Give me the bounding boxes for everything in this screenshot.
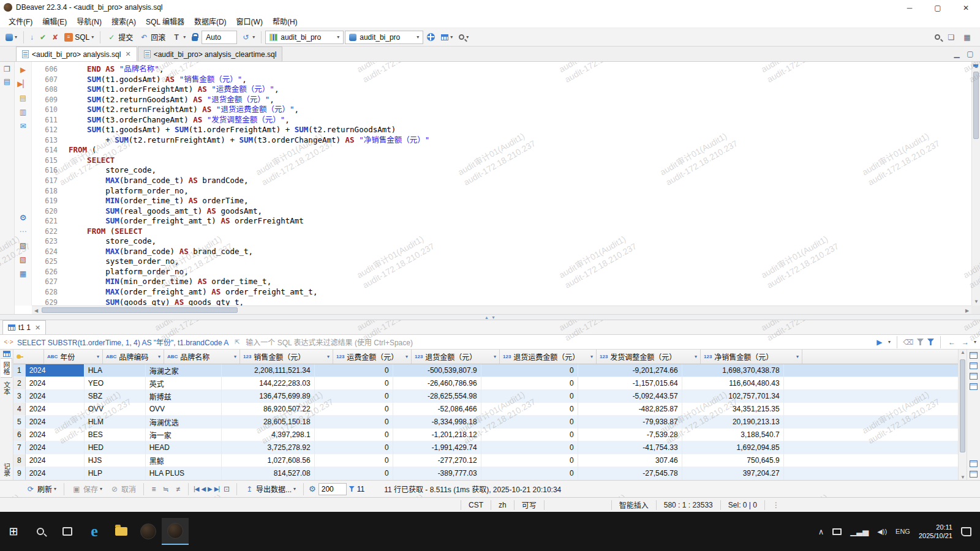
panel-aggregate-icon[interactable] xyxy=(970,373,978,380)
cell[interactable]: 102,757,701.34 xyxy=(682,390,784,403)
tab-record-view[interactable]: 记录 xyxy=(2,463,12,476)
cell[interactable]: 116,604,480.43 xyxy=(682,377,784,390)
forward-icon[interactable]: → xyxy=(960,337,970,347)
schema-combo[interactable]: audit_bi_pro▾ xyxy=(345,31,423,44)
taskbar-clock[interactable]: 20:11 2025/10/21 xyxy=(919,523,952,540)
code-line[interactable]: platform_order_no, xyxy=(69,267,971,277)
column-menu-icon[interactable]: ▾ xyxy=(234,354,236,359)
file-explorer-button[interactable] xyxy=(108,518,135,545)
cell[interactable]: 0 xyxy=(315,467,393,480)
collapse-down-icon[interactable]: ▼ xyxy=(491,315,496,320)
execute-script-icon[interactable]: ▶▏ xyxy=(18,79,28,89)
cell[interactable]: 1,027,608.56 xyxy=(222,454,315,467)
cell[interactable]: 0 xyxy=(481,364,578,377)
cell[interactable]: -27,545.78 xyxy=(578,467,682,480)
code-line[interactable]: SUM(t1.goodsAmt) AS "销售金额（元）", xyxy=(69,75,971,85)
minimize-editor-icon[interactable]: ▁ xyxy=(952,49,962,59)
column-menu-icon[interactable]: ▾ xyxy=(327,354,330,359)
status-insert-mode[interactable]: 智能插入 xyxy=(611,500,656,510)
cell[interactable]: 3,725,278.92 xyxy=(222,441,315,454)
back-icon[interactable]: ← xyxy=(947,337,957,347)
column-menu-icon[interactable]: ▾ xyxy=(405,354,408,359)
output-icon[interactable]: ▧ xyxy=(18,241,28,250)
refresh-button[interactable]: ⟳刷新▾ xyxy=(23,482,59,497)
table-row[interactable]: 22024YEO英式144,222,283.030-26,460,786.960… xyxy=(13,377,958,390)
start-button[interactable]: ⊞ xyxy=(0,518,27,545)
table-row[interactable]: 92024HLPHLA PLUS814,527.080-389,777.030-… xyxy=(13,467,958,480)
cell[interactable]: 海澜优选 xyxy=(146,416,222,429)
hidden-icons-chevron[interactable]: ∧ xyxy=(818,527,824,536)
layout-icon[interactable]: ▦ xyxy=(962,32,972,42)
cell[interactable]: 20,190,213.13 xyxy=(682,416,784,429)
input-language[interactable]: ENG xyxy=(895,528,910,535)
row-number[interactable]: 5 xyxy=(13,416,26,429)
code-line[interactable]: SUM(goods_qty) AS goods_qty_t, xyxy=(69,298,971,305)
row-number[interactable]: 4 xyxy=(13,403,26,416)
cell[interactable]: 34,351,215.35 xyxy=(682,403,784,416)
search-button[interactable]: ▾ xyxy=(456,30,471,45)
cell[interactable]: -1,157,015.64 xyxy=(578,377,682,390)
column-header-4[interactable]: 123销售金额（元）▾ xyxy=(240,350,333,364)
cell[interactable]: 2024 xyxy=(26,377,85,390)
next-row-button[interactable]: ▶ xyxy=(208,485,212,492)
cell[interactable]: 2024 xyxy=(26,429,85,441)
tab-text-view[interactable]: 文本 xyxy=(1,379,12,397)
code-area[interactable]: END AS "品牌名称", SUM(t1.goodsAmt) AS "销售金额… xyxy=(64,62,971,305)
history-menu-icon[interactable]: ▾ xyxy=(974,340,976,345)
cell[interactable]: 814,527.08 xyxy=(222,467,315,480)
export-button[interactable]: ↥导出数据...▾ xyxy=(242,482,298,497)
cell[interactable]: 2024 xyxy=(26,416,85,429)
clear-filter-icon[interactable]: ⌫ xyxy=(903,337,913,347)
cell[interactable]: -79,938.87 xyxy=(578,416,682,429)
taskbar-search-button[interactable] xyxy=(27,518,54,545)
code-line[interactable]: MIN(min_order_time) AS order_time_t, xyxy=(69,277,971,287)
cell[interactable]: -8,334,998.18 xyxy=(393,416,481,429)
table-row[interactable]: 82024HJS黑鲸1,027,608.560-277,270.120307.4… xyxy=(13,454,958,467)
focus-row-icon[interactable]: ⊡ xyxy=(222,484,232,494)
cell[interactable]: 黑鲸 xyxy=(146,454,222,467)
code-line[interactable]: + SUM(t2.returnFreightAmt) + SUM(t3.orde… xyxy=(69,135,971,146)
rollback-icon-button[interactable]: ✘ xyxy=(50,30,61,45)
action-center-icon[interactable] xyxy=(961,527,971,536)
cell[interactable]: HED xyxy=(85,441,146,454)
cell[interactable]: 0 xyxy=(315,403,393,416)
filter-menu-icon[interactable]: ▾ xyxy=(888,340,891,345)
code-line[interactable]: FROM ( xyxy=(69,145,971,156)
menu-item-1[interactable]: 文件(F) xyxy=(4,14,37,28)
code-line[interactable]: SUM(t1.orderFreightAmt) AS "运费金额（元）", xyxy=(69,84,971,95)
cell[interactable]: 86,920,507.22 xyxy=(222,403,315,416)
save-button[interactable]: ▣保存▾ xyxy=(69,482,105,497)
cell[interactable]: 0 xyxy=(481,403,578,416)
filter-icon[interactable] xyxy=(927,339,934,345)
row-number[interactable]: 9 xyxy=(13,467,26,480)
cell[interactable]: 307.46 xyxy=(578,454,682,467)
cell[interactable]: OVV xyxy=(85,403,146,416)
cell[interactable]: 750,645.9 xyxy=(682,454,784,467)
cell[interactable]: 0 xyxy=(481,416,578,429)
commit-button[interactable]: ✓提交 xyxy=(104,30,135,45)
code-line[interactable]: SUM(real_goods_amt_t) AS goodsAmt, xyxy=(69,206,971,217)
menu-item-6[interactable]: 数据库(D) xyxy=(189,14,232,28)
cell[interactable]: -7,539.28 xyxy=(578,429,682,441)
column-menu-icon[interactable]: ▾ xyxy=(590,354,593,359)
panel-min-icon[interactable] xyxy=(970,471,978,478)
commit-mode-combo[interactable]: Auto xyxy=(202,31,237,44)
tab-analysis-cleartime-sql[interactable]: <audit_bi_pro> analysis_cleartime.sql xyxy=(138,47,283,61)
cell[interactable]: 0 xyxy=(481,377,578,390)
cell[interactable]: 斯搏兹 xyxy=(146,390,222,403)
cell[interactable]: 144,222,283.03 xyxy=(222,377,315,390)
cell[interactable]: 28,605,150.18 xyxy=(222,416,315,429)
code-line[interactable]: MAX(brand_code) AS brand_code_t, xyxy=(69,247,971,257)
maximize-button[interactable]: ▢ xyxy=(924,0,952,16)
fetch-settings-icon[interactable]: ⚙ xyxy=(309,484,316,493)
table-row[interactable]: 42024OVVOVV86,920,507.220-52,086,4660-48… xyxy=(13,403,958,416)
code-line[interactable]: MAX(order_freight_amt) AS order_freight_… xyxy=(69,287,971,298)
maximize-editor-icon[interactable]: ▢ xyxy=(965,49,975,59)
column-header-6[interactable]: 123退货金额（元）▾ xyxy=(412,350,500,364)
cell[interactable]: 0 xyxy=(315,416,393,429)
new-sql-editor-button[interactable]: ≡ SQL▾ xyxy=(62,30,96,45)
result-chart-icon[interactable]: ▦ xyxy=(18,269,28,279)
code-line[interactable]: SUM(t2.returnGoodsAmt) AS "退货金额（元）", xyxy=(69,95,971,105)
cell[interactable]: 0 xyxy=(481,390,578,403)
cell[interactable]: 1,692,094.85 xyxy=(682,441,784,454)
